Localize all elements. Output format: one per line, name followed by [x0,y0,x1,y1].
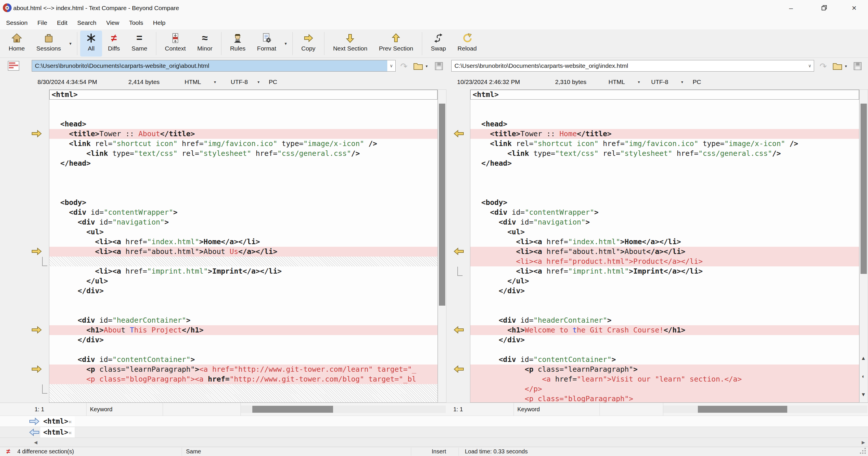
prev-diff-mark-icon[interactable]: ▲ [860,355,867,361]
code-line[interactable] [470,296,859,306]
code-line[interactable]: <div id="contentContainer"> [49,355,437,365]
code-line[interactable] [49,296,437,306]
left-hscroll-thumb[interactable] [252,406,333,413]
toolbar-same-button[interactable]: =Same [126,31,153,57]
left-path-dropdown-icon[interactable]: ∨ [387,63,395,68]
left-vscroll-thumb[interactable] [439,104,445,306]
toolbar-minor-button[interactable]: ≈Minor [191,31,218,57]
toolbar-swap-button[interactable]: Swap [425,31,452,57]
code-line[interactable]: <div id="contentContainer"> [470,355,859,365]
right-vscroll-thumb[interactable] [861,104,867,274]
menu-item-edit[interactable]: Edit [52,16,72,29]
copy-to-right-arrow-icon[interactable] [31,130,42,139]
code-line[interactable]: <html> [49,90,437,99]
right-format-dropdown-icon[interactable]: ▾ [638,75,640,89]
right-save-icon[interactable] [853,61,862,71]
code-line[interactable] [470,109,859,119]
code-line[interactable]: <link rel="shortcut icon" href="img/favi… [470,139,859,149]
left-save-icon[interactable] [434,61,443,71]
code-line[interactable] [470,306,859,315]
code-line[interactable]: </ul> [49,276,437,286]
code-line[interactable]: <p class="blogParagraph"> [470,394,859,403]
scroll-left-icon[interactable]: ◀ [34,438,37,447]
left-path-combo[interactable]: C:\Users\brunobrito\Documents\carparts-w… [32,60,396,72]
toolbar-copy-button[interactable]: Copy [296,31,321,57]
minimize-button[interactable]: – [777,0,805,16]
code-line[interactable]: <div id="contentWrapper"> [470,207,859,217]
code-line[interactable] [49,384,437,394]
right-vertical-scrollbar[interactable]: ▲ ◐ ▼ [859,89,868,403]
right-format-select[interactable]: HTML [609,75,625,89]
code-line[interactable]: <title>Tower :: Home</title> [470,129,859,139]
code-line[interactable]: <ul> [49,227,437,237]
code-line[interactable] [49,394,437,403]
code-line[interactable]: <div id="navigation"> [49,217,437,227]
code-line[interactable]: <li><a href="product.html">Product</a></… [470,257,859,266]
code-line[interactable]: </div> [470,286,859,296]
code-line[interactable] [49,306,437,315]
close-button[interactable]: × [840,0,868,16]
code-line[interactable]: <div id="navigation"> [470,217,859,227]
inspector-horizontal-scrollbar[interactable]: ◀ ▶ [0,437,868,447]
code-line[interactable]: </head> [49,159,437,168]
code-line[interactable] [470,345,859,355]
code-line[interactable] [49,109,437,119]
code-line[interactable]: <li><a href="imprint.html">Imprint</a></… [49,266,437,276]
toolbar-diffs-button[interactable]: ≠Diffs [102,31,126,57]
code-line[interactable]: <p class="learnParagraph"><a href="http:… [49,365,437,374]
toolbar-home-button[interactable]: Home [3,31,31,57]
code-line[interactable] [49,99,437,109]
left-open-parent-icon[interactable]: ↷ [400,61,407,71]
code-line[interactable] [49,345,437,355]
code-line[interactable]: </div> [49,335,437,345]
right-path-dropdown-icon[interactable]: ∨ [806,63,814,68]
toolbar-format-dropdown-icon[interactable]: ▾ [282,31,289,56]
left-browse-folder-icon[interactable] [413,61,423,71]
code-line[interactable]: <h1>Welcome to the Git Crash Course!</h1… [470,325,859,335]
left-format-select[interactable]: HTML [185,75,201,89]
copy-to-right-arrow-icon[interactable] [31,365,42,374]
menu-item-session[interactable]: Session [1,16,33,29]
code-line[interactable]: <body> [470,198,859,207]
copy-to-right-arrow-icon[interactable] [31,248,42,256]
current-pos-mark-icon[interactable]: ◐ [860,373,867,379]
next-diff-mark-icon[interactable]: ▼ [860,392,867,398]
menu-item-tools[interactable]: Tools [124,16,148,29]
toolbar-prev-section-button[interactable]: Prev Section [373,31,419,57]
code-line[interactable]: <link type="text/css" rel="stylesheet" h… [49,149,437,159]
code-line[interactable] [470,178,859,188]
code-line[interactable]: <title>Tower :: About</title> [49,129,437,139]
code-line[interactable]: <body> [49,198,437,207]
code-line[interactable]: <ul> [470,227,859,237]
menu-item-search[interactable]: Search [72,16,101,29]
code-line[interactable]: <li><a href="index.html">Home</a></li> [49,237,437,247]
scroll-right-icon[interactable]: ▶ [862,438,865,447]
code-line[interactable]: <p class="learnParagraph"> [470,365,859,374]
right-code-pane[interactable]: <html> <head> <title>Tower :: Home</titl… [470,89,859,403]
left-encoding-dropdown-icon[interactable]: ▾ [257,75,259,89]
code-line[interactable]: </div> [470,335,859,345]
code-line[interactable] [49,178,437,188]
code-line[interactable]: <li><a href="about.html">About Us</a></l… [49,247,437,257]
copy-to-left-arrow-icon[interactable] [453,130,464,139]
code-line[interactable] [470,168,859,178]
right-browse-dropdown-icon[interactable]: ▾ [845,61,847,71]
copy-to-left-arrow-icon[interactable] [453,365,464,374]
right-open-parent-icon[interactable]: ↷ [819,61,827,71]
right-browse-folder-icon[interactable] [832,61,843,71]
code-line[interactable]: </ul> [470,276,859,286]
code-line[interactable]: <link rel="shortcut icon" href="img/favi… [49,139,437,149]
left-browse-dropdown-icon[interactable]: ▾ [426,61,428,71]
toolbar-all-button[interactable]: All [80,31,102,57]
copy-to-right-arrow-icon[interactable] [31,326,42,335]
code-line[interactable]: </head> [470,159,859,168]
toolbar-next-section-button[interactable]: Next Section [327,31,373,57]
restore-button[interactable] [810,0,838,16]
toolbar-reload-button[interactable]: Reload [452,31,483,57]
right-encoding-select[interactable]: UTF-8 [651,75,669,89]
code-line[interactable]: <head> [470,119,859,129]
left-vertical-scrollbar[interactable] [438,89,446,403]
toolbar-rules-button[interactable]: Rules [224,31,251,57]
code-line[interactable] [49,188,437,198]
copy-to-left-arrow-icon[interactable] [453,248,464,256]
